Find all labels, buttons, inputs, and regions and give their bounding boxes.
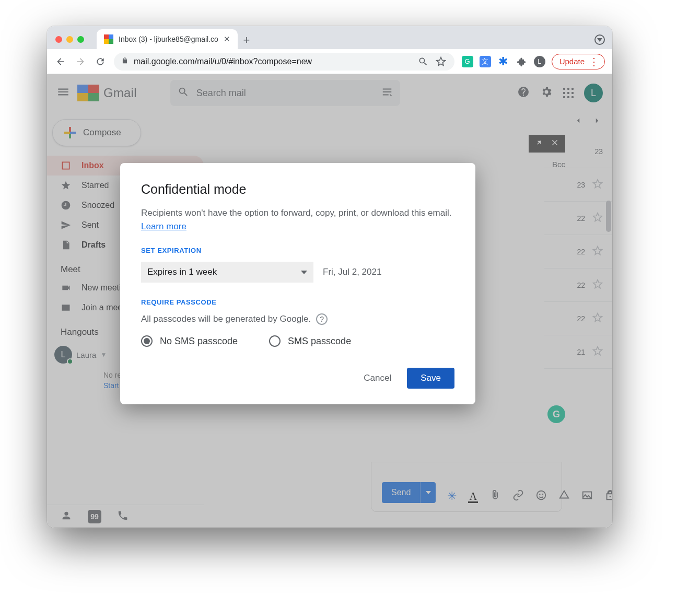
compose-label: Compose — [83, 127, 121, 138]
tab-list-button[interactable] — [594, 34, 605, 45]
compose-button[interactable]: Compose — [52, 119, 141, 146]
gmail-header: Gmail Search mail L — [47, 74, 612, 112]
chevron-down-icon: ▼ — [100, 351, 107, 358]
zoom-icon[interactable] — [417, 55, 429, 68]
tab-title: Inbox (3) - ljburke85@gmail.co — [119, 35, 218, 43]
grammarly-extension-icon[interactable]: G — [462, 56, 473, 67]
mail-row[interactable]: 22 — [544, 235, 612, 268]
star-icon[interactable] — [592, 246, 603, 258]
update-button[interactable]: Update ⋮ — [552, 54, 605, 69]
star-icon[interactable] — [592, 179, 603, 191]
popout-icon[interactable] — [535, 138, 543, 149]
svg-point-1 — [539, 494, 540, 495]
account-avatar[interactable]: L — [584, 84, 603, 102]
extensions-row: G 文 ✱ L Update ⋮ — [462, 54, 605, 69]
main-menu-button[interactable] — [56, 85, 70, 101]
url-text: mail.google.com/mail/u/0/#inbox?compose=… — [134, 57, 312, 66]
minimize-window-button[interactable] — [66, 36, 73, 43]
formatting-icon[interactable]: A — [468, 491, 477, 503]
url-bar: mail.google.com/mail/u/0/#inbox?compose=… — [47, 49, 612, 74]
grammarly-badge[interactable]: G — [547, 405, 565, 423]
sidebar-item-label: Sent — [81, 220, 99, 230]
dialog-title: Confidential mode — [141, 182, 454, 197]
profile-avatar[interactable]: L — [534, 56, 545, 67]
back-button[interactable] — [54, 55, 67, 68]
expiration-select[interactable]: Expires in 1 week — [141, 262, 313, 283]
extension-icon[interactable]: ✱ — [497, 56, 509, 67]
prev-page-button[interactable] — [574, 116, 583, 127]
search-options-icon[interactable] — [381, 86, 393, 100]
star-icon[interactable] — [592, 312, 603, 324]
expiration-date: Fri, Jul 2, 2021 — [323, 267, 381, 277]
pager — [574, 116, 602, 127]
chevron-down-icon — [301, 271, 307, 274]
extensions-puzzle-icon[interactable] — [515, 55, 528, 68]
mail-row[interactable]: 23 — [544, 135, 612, 168]
radio-dot-icon — [269, 335, 281, 347]
reload-button[interactable] — [94, 55, 107, 68]
titlebar: Inbox (3) - ljburke85@gmail.co ✕ + — [47, 26, 612, 49]
cancel-button[interactable]: Cancel — [361, 369, 393, 388]
send-button[interactable]: Send — [382, 482, 436, 503]
hangouts-tab-icon[interactable]: 99 — [88, 510, 101, 523]
dialog-description: Recipients won't have the option to forw… — [141, 206, 454, 233]
link-icon[interactable] — [512, 489, 524, 503]
mail-row[interactable]: 22 — [544, 302, 612, 335]
mail-row[interactable]: 22 — [544, 202, 612, 235]
emoji-icon[interactable] — [535, 489, 547, 503]
radio-dot-icon — [141, 335, 153, 347]
gmail-app: Gmail Search mail L Compose In — [47, 74, 612, 528]
star-icon[interactable] — [592, 212, 603, 224]
svg-point-4 — [609, 496, 611, 497]
confidential-icon[interactable] — [604, 489, 612, 503]
address-bar[interactable]: mail.google.com/mail/u/0/#inbox?compose=… — [114, 53, 454, 71]
gmail-brand[interactable]: Gmail — [77, 85, 137, 101]
radio-label: No SMS passcode — [160, 336, 238, 347]
save-button[interactable]: Save — [407, 368, 454, 389]
mail-row[interactable]: 22 — [544, 268, 612, 302]
contacts-icon[interactable] — [61, 510, 72, 523]
radio-sms[interactable]: SMS passcode — [269, 335, 351, 347]
translate-extension-icon[interactable]: 文 — [480, 56, 491, 67]
gmail-logo-icon — [77, 85, 99, 101]
svg-point-2 — [542, 494, 543, 495]
image-icon[interactable] — [581, 489, 593, 503]
mail-rows: 23 23 22 22 22 22 21 — [544, 135, 612, 369]
mail-row[interactable]: 21 — [544, 335, 612, 369]
sidebar-item-label: Starred — [81, 181, 109, 190]
google-apps-icon[interactable] — [563, 88, 574, 98]
send-label: Send — [382, 488, 420, 497]
search-bar[interactable]: Search mail — [170, 80, 400, 106]
gmail-favicon — [104, 34, 113, 44]
confidential-mode-dialog: Confidential mode Recipients won't have … — [120, 163, 475, 404]
close-window-button[interactable] — [55, 36, 62, 43]
bookmark-icon[interactable] — [435, 55, 447, 68]
expiration-section-label: SET EXPIRATION — [141, 247, 454, 254]
radio-no-sms[interactable]: No SMS passcode — [141, 335, 238, 347]
settings-gear-icon[interactable] — [540, 86, 553, 100]
forward-button[interactable] — [74, 55, 87, 68]
passcode-section-label: REQUIRE PASSCODE — [141, 298, 454, 306]
support-icon[interactable] — [517, 86, 530, 100]
browser-tab[interactable]: Inbox (3) - ljburke85@gmail.co ✕ — [97, 29, 238, 49]
star-icon[interactable] — [592, 346, 603, 358]
mail-row[interactable]: 23 — [544, 168, 612, 202]
send-options-dropdown[interactable] — [420, 482, 436, 503]
close-tab-icon[interactable]: ✕ — [224, 34, 230, 44]
passcode-subtext: All passcodes will be generated by Googl… — [141, 314, 311, 324]
scrollbar-thumb[interactable] — [606, 201, 611, 232]
maximize-window-button[interactable] — [77, 36, 84, 43]
star-icon[interactable] — [592, 279, 603, 291]
hangouts-avatar: L — [54, 346, 72, 364]
drive-icon[interactable] — [558, 489, 570, 503]
sparkle-icon[interactable]: ✳ — [447, 489, 457, 503]
help-icon[interactable]: ? — [316, 313, 328, 325]
sidebar-item-label: Drafts — [81, 240, 106, 250]
learn-more-link[interactable]: Learn more — [141, 221, 186, 231]
attach-icon[interactable] — [489, 489, 501, 503]
sidebar-footer: 99 — [47, 505, 204, 528]
svg-point-0 — [537, 491, 546, 500]
new-tab-button[interactable]: + — [238, 33, 255, 49]
phone-icon[interactable] — [117, 510, 129, 523]
next-page-button[interactable] — [592, 116, 602, 127]
